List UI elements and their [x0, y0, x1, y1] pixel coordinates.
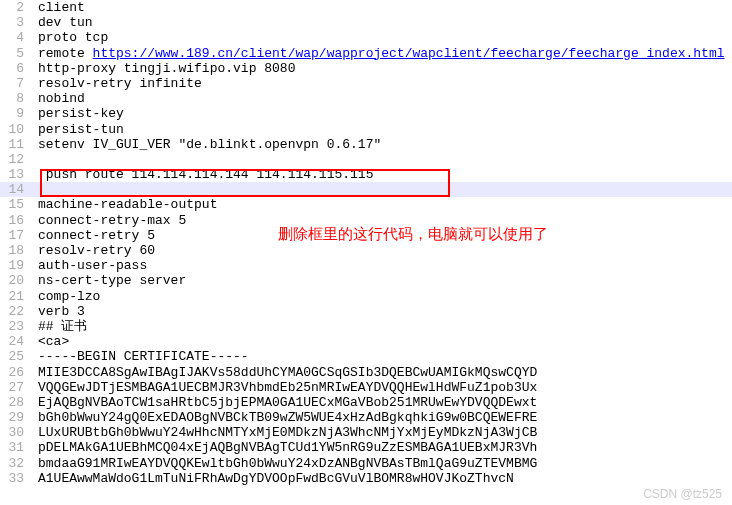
line-content[interactable]: proto tcp — [32, 30, 732, 45]
line-content[interactable]: nobind — [32, 91, 732, 106]
line-content[interactable]: pDELMAkGA1UEBhMCQ04xEjAQBgNVBAgTCUd1YW5n… — [32, 440, 732, 455]
line-number: 12 — [0, 152, 32, 167]
code-line[interactable]: 6http-proxy tingji.wifipo.vip 8080 — [0, 61, 732, 76]
line-number: 20 — [0, 273, 32, 288]
line-number: 5 — [0, 46, 32, 61]
line-number: 21 — [0, 289, 32, 304]
line-number: 33 — [0, 471, 32, 486]
line-content[interactable]: client — [32, 0, 732, 15]
line-number: 3 — [0, 15, 32, 30]
code-line[interactable]: 8nobind — [0, 91, 732, 106]
line-content[interactable]: persist-tun — [32, 122, 732, 137]
code-line[interactable]: 15machine-readable-output — [0, 197, 732, 212]
line-number: 9 — [0, 106, 32, 121]
code-line[interactable]: 2client — [0, 0, 732, 15]
line-number: 15 — [0, 197, 32, 212]
line-content[interactable]: VQQGEwJDTjESMBAGA1UECBMJR3VhbmdEb25nMRIw… — [32, 380, 732, 395]
line-number: 8 — [0, 91, 32, 106]
line-content[interactable]: bGh0bWwuY24gQ0ExEDAOBgNVBCkTB09wZW5WUE4x… — [32, 410, 732, 425]
line-content[interactable]: bmdaaG91MRIwEAYDVQQKEwltbGh0bWwuY24xDzAN… — [32, 456, 732, 471]
line-number: 4 — [0, 30, 32, 45]
line-content[interactable] — [32, 182, 732, 197]
code-line[interactable]: 22verb 3 — [0, 304, 732, 319]
line-content[interactable]: resolv-retry 60 — [32, 243, 732, 258]
code-line[interactable]: 33A1UEAwwMaWdoG1LmTuNiFRhAwDgYDVOOpFwdBc… — [0, 471, 732, 486]
code-line[interactable]: 5remote https://www.189.cn/client/wap/wa… — [0, 46, 732, 61]
code-line[interactable]: 24<ca> — [0, 334, 732, 349]
line-content[interactable]: ## 证书 — [32, 319, 732, 334]
line-number: 17 — [0, 228, 32, 243]
line-number: 13 — [0, 167, 32, 182]
code-line[interactable]: 10persist-tun — [0, 122, 732, 137]
line-number: 22 — [0, 304, 32, 319]
line-content[interactable]: ns-cert-type server — [32, 273, 732, 288]
line-content[interactable]: setenv IV_GUI_VER "de.blinkt.openvpn 0.6… — [32, 137, 732, 152]
line-content[interactable]: dev tun — [32, 15, 732, 30]
line-number: 23 — [0, 319, 32, 334]
line-number: 10 — [0, 122, 32, 137]
line-number: 27 — [0, 380, 32, 395]
line-content[interactable]: <ca> — [32, 334, 732, 349]
code-line[interactable]: 19auth-user-pass — [0, 258, 732, 273]
code-line[interactable]: 11setenv IV_GUI_VER "de.blinkt.openvpn 0… — [0, 137, 732, 152]
line-number: 2 — [0, 0, 32, 15]
line-number: 16 — [0, 213, 32, 228]
line-number: 6 — [0, 61, 32, 76]
code-line[interactable]: 32bmdaaG91MRIwEAYDVQQKEwltbGh0bWwuY24xDz… — [0, 456, 732, 471]
line-content[interactable]: resolv-retry infinite — [32, 76, 732, 91]
code-line[interactable]: 7resolv-retry infinite — [0, 76, 732, 91]
code-line[interactable]: 31pDELMAkGA1UEBhMCQ04xEjAQBgNVBAgTCUd1YW… — [0, 440, 732, 455]
line-content[interactable]: EjAQBgNVBAoTCW1saHRtbC5jbjEPMA0GA1UECxMG… — [32, 395, 732, 410]
code-line[interactable]: 14 — [0, 182, 732, 197]
line-number: 14 — [0, 182, 32, 197]
code-line[interactable]: 18resolv-retry 60 — [0, 243, 732, 258]
code-line[interactable]: 12 — [0, 152, 732, 167]
line-content[interactable]: persist-key — [32, 106, 732, 121]
line-content[interactable]: A1UEAwwMaWdoG1LmTuNiFRhAwDgYDVOOpFwdBcGV… — [32, 471, 732, 486]
code-line[interactable]: 20ns-cert-type server — [0, 273, 732, 288]
annotation-text: 删除框里的这行代码，电脑就可以使用了 — [278, 225, 548, 244]
code-line[interactable]: 3dev tun — [0, 15, 732, 30]
line-number: 11 — [0, 137, 32, 152]
code-line[interactable]: 25-----BEGIN CERTIFICATE----- — [0, 349, 732, 364]
line-content[interactable]: verb 3 — [32, 304, 732, 319]
url-link[interactable]: https://www.189.cn/client/wap/wapproject… — [93, 46, 725, 61]
code-line[interactable]: 9persist-key — [0, 106, 732, 121]
code-line[interactable]: 21comp-lzo — [0, 289, 732, 304]
line-number: 26 — [0, 365, 32, 380]
line-content[interactable]: LUxURUBtbGh0bWwuY24wHhcNMTYxMjE0MDkzNjA3… — [32, 425, 732, 440]
line-content[interactable]: http-proxy tingji.wifipo.vip 8080 — [32, 61, 732, 76]
line-number: 28 — [0, 395, 32, 410]
line-number: 30 — [0, 425, 32, 440]
line-content[interactable]: auth-user-pass — [32, 258, 732, 273]
watermark: CSDN @tz525 — [643, 487, 722, 501]
code-line[interactable]: 30LUxURUBtbGh0bWwuY24wHhcNMTYxMjE0MDkzNj… — [0, 425, 732, 440]
code-line[interactable]: 28EjAQBgNVBAoTCW1saHRtbC5jbjEPMA0GA1UECx… — [0, 395, 732, 410]
line-number: 29 — [0, 410, 32, 425]
code-line[interactable]: 27VQQGEwJDTjESMBAGA1UECBMJR3VhbmdEb25nMR… — [0, 380, 732, 395]
line-number: 7 — [0, 76, 32, 91]
line-number: 18 — [0, 243, 32, 258]
line-content[interactable]: machine-readable-output — [32, 197, 732, 212]
line-number: 32 — [0, 456, 32, 471]
code-line[interactable]: 4proto tcp — [0, 30, 732, 45]
code-line[interactable]: 13 push route 114.114.114.144 114.114.11… — [0, 167, 732, 182]
line-content[interactable]: comp-lzo — [32, 289, 732, 304]
code-line[interactable]: 26MIIE3DCCA8SgAwIBAgIJAKVs58ddUhCYMA0GCS… — [0, 365, 732, 380]
line-number: 25 — [0, 349, 32, 364]
line-number: 31 — [0, 440, 32, 455]
line-content[interactable] — [32, 152, 732, 167]
line-content[interactable]: MIIE3DCCA8SgAwIBAgIJAKVs58ddUhCYMA0GCSqG… — [32, 365, 732, 380]
line-number: 19 — [0, 258, 32, 273]
code-line[interactable]: 29bGh0bWwuY24gQ0ExEDAOBgNVBCkTB09wZW5WUE… — [0, 410, 732, 425]
code-line[interactable]: 23## 证书 — [0, 319, 732, 334]
line-content[interactable]: remote https://www.189.cn/client/wap/wap… — [32, 46, 732, 61]
line-number: 24 — [0, 334, 32, 349]
line-content[interactable]: push route 114.114.114.144 114.114.115.1… — [32, 167, 732, 182]
line-content[interactable]: -----BEGIN CERTIFICATE----- — [32, 349, 732, 364]
